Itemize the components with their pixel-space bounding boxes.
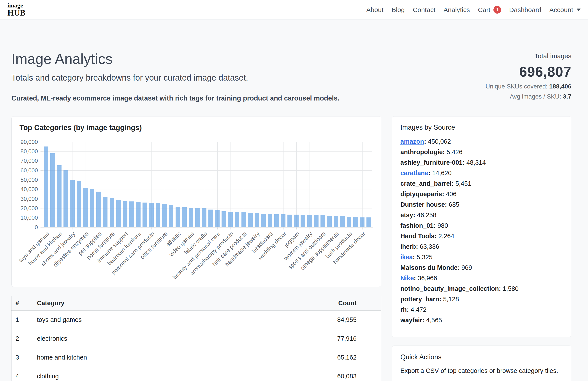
source-link[interactable]: caratlane <box>400 169 428 176</box>
chart-bar <box>116 200 121 227</box>
chart-bar <box>320 215 325 227</box>
source-item: anthropologie: 5,426 <box>400 147 563 157</box>
nav-items: AboutBlogContactAnalyticsCart1DashboardA… <box>366 6 581 14</box>
source-separator: : <box>435 233 439 240</box>
nav-item-label: Cart <box>478 6 490 14</box>
chart-bar <box>50 153 55 227</box>
nav-item-label: Analytics <box>443 6 470 14</box>
source-item: etsy: 46,258 <box>400 210 563 220</box>
y-tick-mark <box>41 189 43 190</box>
chart-bar <box>268 214 272 227</box>
nav-item-dashboard[interactable]: Dashboard <box>509 6 541 14</box>
images-by-source-card: Images by Source amazon: 450,062anthropo… <box>392 116 571 337</box>
source-value: 969 <box>462 264 472 271</box>
chart-bar <box>110 198 114 227</box>
source-item: ikea: 5,325 <box>400 252 563 262</box>
page-tagline: Curated, ML-ready ecommerce image datase… <box>11 94 485 102</box>
cell-rank: 1 <box>12 310 37 329</box>
source-link[interactable]: amazon <box>400 138 424 145</box>
nav-item-blog[interactable]: Blog <box>392 6 405 14</box>
nav-item-label: About <box>366 6 383 14</box>
chart-title: Top Categories (by image taggings) <box>20 124 373 132</box>
chart-bar <box>123 201 127 227</box>
source-value: 14,620 <box>432 169 452 176</box>
avg-images-line: Avg images / SKU: 3.7 <box>485 93 571 100</box>
y-tick-label: 60,000 <box>20 167 38 174</box>
y-tick-mark <box>41 199 43 199</box>
source-name: diptyqueparis <box>400 190 442 197</box>
source-separator: : <box>416 243 420 250</box>
source-value: 1,580 <box>503 285 519 292</box>
source-name: Hand Tools <box>400 233 435 240</box>
cell-count: 84,955 <box>220 310 381 329</box>
source-separator: : <box>413 212 417 218</box>
chart-bar <box>287 214 292 227</box>
source-separator: : <box>407 306 411 313</box>
source-link[interactable]: ikea <box>400 254 413 261</box>
source-link[interactable]: Nike <box>400 275 414 282</box>
source-value: 2,264 <box>438 233 454 240</box>
nav-item-contact[interactable]: Contact <box>413 6 435 14</box>
categories-table-header: # Category Count <box>12 296 381 310</box>
nav-item-label: Blog <box>392 6 405 14</box>
nav-item-cart[interactable]: Cart1 <box>478 6 501 14</box>
chart-bar <box>90 189 94 227</box>
header-count: Count <box>220 296 381 310</box>
source-value: 450,062 <box>428 138 451 145</box>
chart-bar <box>96 191 101 227</box>
y-tick-mark <box>41 161 43 161</box>
source-name: wayfair <box>400 317 422 324</box>
source-separator: : <box>434 222 438 229</box>
chart-bar <box>301 215 305 227</box>
chart-bar <box>209 210 213 227</box>
top-categories-chart-card: Top Categories (by image taggings) 010,0… <box>11 116 381 287</box>
cell-count: 65,162 <box>220 348 381 367</box>
chart-bar <box>176 207 180 227</box>
source-value: 4,565 <box>426 317 442 324</box>
nav-item-about[interactable]: About <box>366 6 383 14</box>
source-separator: : <box>414 275 418 282</box>
source-name: iherb <box>400 243 416 250</box>
chart-bar <box>294 214 299 227</box>
cell-rank: 2 <box>12 329 37 348</box>
source-value: 63,336 <box>420 243 439 250</box>
logo-line-1: image <box>7 2 26 9</box>
y-tick-label: 20,000 <box>20 205 38 212</box>
source-value: 4,472 <box>411 306 427 313</box>
unique-skus-line: Unique SKUs covered: 188,406 <box>485 83 571 90</box>
left-column: Top Categories (by image taggings) 010,0… <box>11 116 381 381</box>
x-gridline <box>336 142 336 227</box>
right-column: Images by Source amazon: 450,062anthropo… <box>392 116 571 381</box>
source-name: anthropologie <box>400 148 443 155</box>
y-tick-label: 0 <box>35 224 38 231</box>
chart-bar <box>314 215 318 227</box>
x-gridline <box>310 142 310 227</box>
source-item: wayfair: 4,565 <box>400 315 563 325</box>
chart-bar <box>366 217 371 227</box>
y-tick-mark <box>41 218 43 218</box>
y-tick-mark <box>41 227 43 228</box>
table-row: 3home and kitchen65,162 <box>12 348 381 367</box>
chart-bar <box>261 214 266 227</box>
chart-bar <box>360 217 364 227</box>
y-tick-label: 30,000 <box>20 195 38 202</box>
x-gridline <box>362 142 362 227</box>
x-gridline <box>323 142 323 227</box>
source-value: 48,314 <box>466 159 486 166</box>
cell-rank: 4 <box>12 367 37 381</box>
unique-skus-value: 188,406 <box>549 83 571 90</box>
nav-item-account[interactable]: Account <box>549 6 581 14</box>
chart-bar <box>162 204 167 227</box>
hero-text: Image Analytics Totals and category brea… <box>11 51 485 102</box>
y-tick-mark <box>41 151 43 151</box>
y-tick-label: 40,000 <box>20 186 38 193</box>
chart-bar <box>327 216 332 227</box>
source-value: 46,258 <box>417 212 437 218</box>
chart-bar <box>169 205 173 227</box>
site-logo[interactable]: image HUB <box>7 2 26 17</box>
nav-item-analytics[interactable]: Analytics <box>443 6 470 14</box>
chart-plot-area: 010,00020,00030,00040,00050,00060,00070,… <box>43 142 372 227</box>
hero-section: Image Analytics Totals and category brea… <box>0 20 588 102</box>
chart-bar <box>353 217 358 227</box>
chart-bar <box>136 202 141 227</box>
